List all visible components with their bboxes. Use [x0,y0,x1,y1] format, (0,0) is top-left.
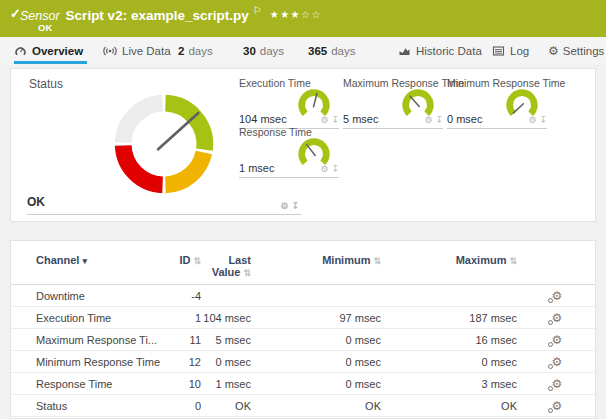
column-header-minimum[interactable]: Minimum⇅ [251,241,381,285]
sort-icon: ⇅ [193,256,201,266]
gear-icon[interactable]: ⚙ [528,115,536,125]
gear-icon[interactable]: ⚙ [424,115,432,125]
tab-log[interactable]: Log [492,37,529,64]
sort-icon: ⇅ [243,268,251,278]
gear-icon: ⚙ [548,44,559,58]
channel-settings-icon[interactable]: ⚙ [552,290,563,302]
pin-icon[interactable]: ↧ [435,115,443,125]
gauge-execution-time: Execution Time 104 msec ⚙↧ [239,77,339,129]
tab-label-word: days [260,45,284,57]
column-header-id[interactable]: ID⇅ [161,241,201,285]
status-gauge-label: Status [29,77,63,91]
channel-last-value: 5 msec [201,329,251,351]
channel-last-value [201,285,251,307]
table-row: Downtime -4 ⚙ [11,285,596,307]
gauge-icon [14,45,27,57]
sensor-title: Script v2: example_script.py [66,8,249,23]
gauge-minimum-response-time: Minimum Response Time 0 msec ⚙↧ [447,77,547,129]
caret-down-icon: ▾ [82,256,87,266]
column-header-actions [517,241,596,285]
pin-icon[interactable]: ↧ [539,115,547,125]
column-header-last-value[interactable]: Last Value⇅ [201,241,251,285]
gear-icon[interactable]: ⚙ [320,164,328,174]
channel-settings-icon[interactable]: ⚙ [552,400,563,412]
tab-label: Historic Data [416,45,482,57]
channel-minimum: 0 msec [251,373,381,395]
channel-settings-icon[interactable]: ⚙ [552,312,563,324]
gauges-panel: Status OK ⚙↧ Execution Time 104 msec ⚙↧ … [10,68,596,222]
channel-minimum [251,285,381,307]
column-label: ID [179,254,190,266]
table-row: Status 0 OK OK OK ⚙ [11,395,596,417]
sort-icon: ⇅ [373,256,381,266]
tab-label-number: 30 [243,45,256,57]
channel-id: -4 [161,285,201,307]
flag-icon[interactable]: ⚐ [253,5,262,16]
pin-icon[interactable]: ↧ [331,115,339,125]
channel-minimum: 97 msec [251,307,381,329]
channel-maximum: 187 msec [381,307,517,329]
gear-icon[interactable]: ⚙ [280,201,288,211]
channel-table-panel: Channel▾ ID⇅ Last Value⇅ Minimum⇅ Maximu… [10,240,596,419]
priority-stars[interactable]: ★★★☆☆ [270,9,322,20]
channel-name[interactable]: Maximum Response Ti... [11,329,161,351]
channel-settings-icon[interactable]: ⚙ [552,378,563,390]
channel-table: Channel▾ ID⇅ Last Value⇅ Minimum⇅ Maximu… [11,241,596,417]
channel-settings-icon[interactable]: ⚙ [552,356,563,368]
tab-label-word: days [188,45,212,57]
tab-bar: Overview Live Data 2 days 30 days 365 da… [0,37,606,65]
pin-icon[interactable]: ↧ [291,201,299,211]
channel-id: 10 [161,373,201,395]
channel-settings-icon[interactable]: ⚙ [552,334,563,346]
tab-settings[interactable]: ⚙ Settings [548,37,604,64]
tab-label: Log [510,45,529,57]
channel-minimum: 0 msec [251,329,381,351]
column-header-maximum[interactable]: Maximum⇅ [381,241,517,285]
gauge-maximum-response-time: Maximum Response Time 5 msec ⚙↧ [343,77,443,129]
tab-label-number: 365 [308,45,327,57]
channel-id: 0 [161,395,201,417]
status-gauge-value: OK [27,195,45,209]
table-row: Maximum Response Ti... 11 5 msec 0 msec … [11,329,596,351]
column-label: Last [228,254,251,266]
tab-30-days[interactable]: 30 days [243,37,284,64]
tab-label: Settings [563,45,605,57]
channel-name[interactable]: Status [11,395,161,417]
channel-name[interactable]: Downtime [11,285,161,307]
tab-label: Overview [32,45,83,57]
channel-name[interactable]: Minimum Response Time [11,351,161,373]
status-gauge [105,85,223,203]
column-label: Value [212,266,241,278]
tab-historic-data[interactable]: Historic Data [398,37,482,64]
channel-last-value: 1 msec [201,373,251,395]
tab-label: Live Data [122,45,171,57]
gauge-value: 0 msec [447,113,482,125]
channel-minimum: OK [251,395,381,417]
channel-last-value: 104 msec [201,307,251,329]
status-gauge-value-row: OK ⚙↧ [27,195,301,215]
tab-live-data[interactable]: Live Data [103,37,171,64]
column-label: Channel [36,254,79,266]
tab-365-days[interactable]: 365 days [308,37,355,64]
channel-maximum [381,285,517,307]
tab-2-days[interactable]: 2 days [178,37,213,64]
table-row: Response Time 10 1 msec 0 msec 3 msec ⚙ [11,373,596,395]
gear-icon[interactable]: ⚙ [320,115,328,125]
gauge-response-time: Response Time 1 msec ⚙↧ [239,126,339,178]
sort-icon: ⇅ [509,256,517,266]
column-header-channel[interactable]: Channel▾ [11,241,161,285]
channel-minimum: 0 msec [251,351,381,373]
column-label: Minimum [322,254,370,266]
channel-maximum: 16 msec [381,329,517,351]
pin-icon[interactable]: ↧ [331,164,339,174]
sensor-status-text: OK [38,22,52,33]
sensor-header: ✓ SensorScript v2: example_script.py⚐★★★… [0,0,606,37]
table-row: Minimum Response Time 12 0 msec 0 msec 0… [11,351,596,373]
channel-name[interactable]: Execution Time [11,307,161,329]
gauge-value: 1 msec [239,162,274,174]
channel-last-value: OK [201,395,251,417]
area-chart-icon [398,45,411,57]
tab-overview[interactable]: Overview [14,37,83,64]
channel-id: 12 [161,351,201,373]
channel-name[interactable]: Response Time [11,373,161,395]
